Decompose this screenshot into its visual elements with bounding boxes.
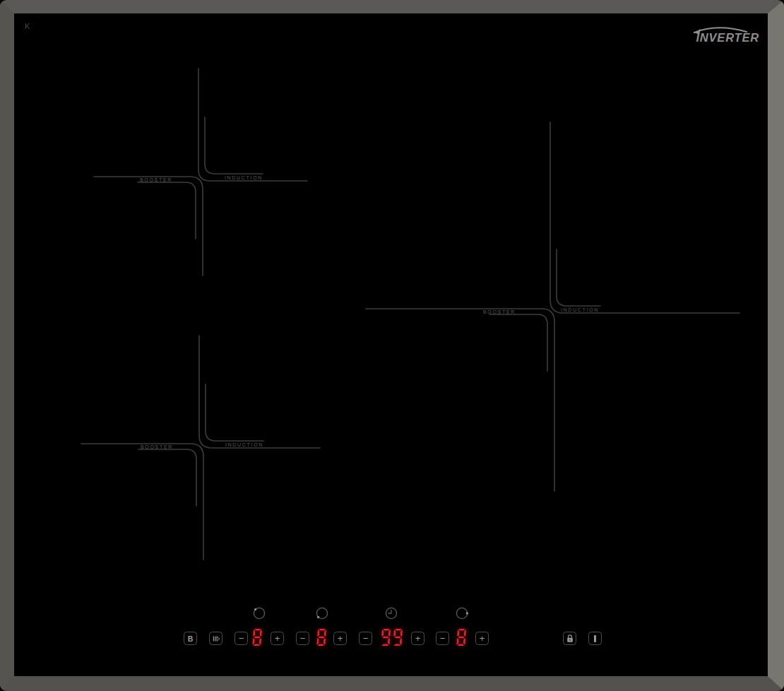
minus-icon: − [239,634,244,643]
zone-marking-right: INDUCTION BOOSTER [366,122,740,491]
zone-right-minus-button[interactable]: − [436,632,449,645]
zone-bottom-left-minus-button[interactable]: − [296,632,309,645]
plus-icon: + [338,634,343,643]
timer-display [379,627,406,647]
zone-top-left-plus-button[interactable]: + [271,632,284,645]
zone-right-power-display [454,627,470,647]
pause-button[interactable] [209,632,222,645]
induction-label: INDUCTION [225,175,263,180]
induction-label: INDUCTION [225,442,263,447]
zone-right-indicator-icon [455,606,469,620]
induction-label: INDUCTION [561,307,599,312]
power-icon [594,635,596,642]
plus-icon: + [275,634,280,643]
zone-top-left-indicator-icon [252,606,266,620]
zone-marking-top-left: INDUCTION BOOSTER [94,69,307,276]
plus-icon: + [480,634,485,643]
booster-button-label: B [188,634,194,643]
cooking-zone-markings: INDUCTION BOOSTER INDUCTION BOOSTER INDU… [14,13,768,676]
ceramic-glass-surface: K INVERTER INDUCTION BOOSTER [14,13,768,676]
pause-icon [212,634,220,643]
zone-marking-bottom-left: INDUCTION BOOSTER [81,336,320,560]
induction-hob: K INVERTER INDUCTION BOOSTER [0,0,784,691]
booster-label: BOOSTER [141,444,173,449]
minus-icon: − [363,634,369,643]
booster-label: BOOSTER [140,177,172,182]
timer-clock-icon [384,606,398,620]
zone-bottom-left-plus-button[interactable]: + [333,632,347,645]
zone-right-plus-button[interactable]: + [475,632,489,645]
plus-icon: + [415,634,421,643]
booster-label: BOOSTER [483,309,516,314]
power-button[interactable] [588,632,602,645]
minus-icon: − [300,634,306,643]
lock-icon [566,634,574,643]
zone-bottom-left-power-display [314,627,330,647]
timer-plus-button[interactable]: + [411,632,424,645]
timer-minus-button[interactable]: − [359,632,372,645]
minus-icon: − [440,634,446,643]
zone-top-left-power-display [250,627,266,647]
zone-top-left-minus-button[interactable]: − [234,632,248,645]
zone-bottom-left-indicator-icon [315,606,329,620]
booster-button[interactable]: B [184,632,197,645]
child-lock-button[interactable] [563,632,576,645]
